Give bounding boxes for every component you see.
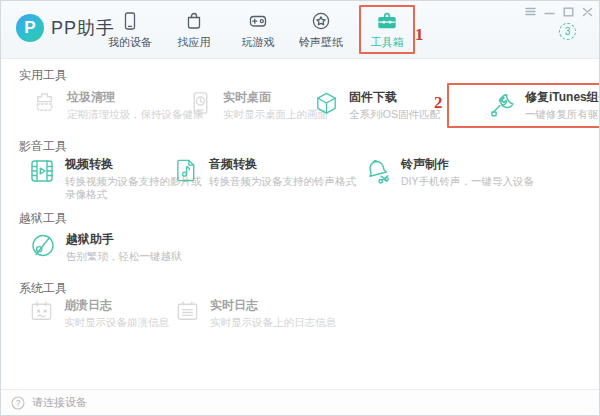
tool-title: 实时日志: [210, 298, 336, 312]
tab-label: 铃声壁纸: [292, 35, 350, 50]
annotation-step-1: 1: [415, 25, 424, 45]
tool-item-crash-log[interactable]: 崩溃日志 实时显示设备崩溃信息: [28, 298, 169, 329]
status-bar: ? 请连接设备: [1, 389, 599, 415]
jailbreak-circle-icon: [29, 232, 57, 260]
tool-title: 固件下载: [349, 90, 440, 104]
tab-play-games[interactable]: 玩游戏: [229, 10, 287, 50]
clean-brush-icon: [31, 90, 58, 117]
tool-title: 铃声制作: [401, 157, 534, 171]
tool-item-ringtone-maker[interactable]: 铃声制作 DIY手机铃声，一键导入设备: [363, 157, 534, 188]
repair-tools-icon: [487, 90, 516, 119]
tool-item-audio-convert[interactable]: 音频转换 转换音频为设备支持的铃声格式: [173, 157, 356, 188]
gamepad-icon: [229, 10, 287, 32]
film-convert-icon: [28, 157, 56, 185]
tool-item-jailbreak-assistant[interactable]: 越狱助手 告别繁琐，轻松一键越狱: [29, 232, 182, 263]
window-controls: [524, 5, 594, 18]
question-circle-icon: ?: [11, 396, 25, 410]
header-bar: P PP助手 我的设备 找应用 玩游戏 铃声壁纸: [1, 1, 599, 59]
tool-title: 垃圾清理: [67, 90, 204, 104]
phone-clock-icon: [187, 90, 214, 117]
svg-text:?: ?: [16, 397, 21, 407]
tool-subtitle: 转换音频为设备支持的铃声格式: [209, 175, 356, 188]
tool-title: 修复iTunes组件: [525, 90, 600, 104]
tab-label: 我的设备: [101, 35, 159, 50]
maximize-button[interactable]: [562, 5, 575, 18]
tool-subtitle: DIY手机铃声，一键导入设备: [401, 175, 534, 188]
realtime-log-icon: [174, 298, 201, 325]
menu-button[interactable]: [524, 5, 537, 18]
notification-badge[interactable]: 3: [559, 23, 576, 40]
section-title-jailbreak-tools: 越狱工具: [19, 210, 67, 227]
tab-label: 玩游戏: [229, 35, 287, 50]
crash-log-icon: [28, 298, 55, 325]
phone-icon: [101, 10, 159, 32]
pp-assistant-window: P PP助手 我的设备 找应用 玩游戏 铃声壁纸: [0, 0, 600, 416]
tool-title: 崩溃日志: [64, 298, 169, 312]
section-title-system-tools: 系统工具: [19, 280, 67, 297]
close-button[interactable]: [581, 5, 594, 18]
tool-title: 音频转换: [209, 157, 356, 171]
music-doc-icon: [173, 157, 200, 184]
minimize-button[interactable]: [543, 5, 556, 18]
tab-my-devices[interactable]: 我的设备: [101, 10, 159, 50]
pp-logo-icon: P: [16, 14, 44, 42]
tool-item-realtime-desktop[interactable]: 实时桌面 实时显示桌面上的画面: [187, 90, 328, 121]
tool-item-junk-clean[interactable]: 垃圾清理 定期清理垃圾，保持设备健康: [31, 90, 204, 121]
tab-label: 工具箱: [358, 35, 416, 50]
section-title-media-tools: 影音工具: [19, 138, 67, 155]
tool-item-firmware-download[interactable]: 固件下载 全系列iOS固件匹配: [313, 90, 440, 121]
tool-item-repair-itunes[interactable]: 修复iTunes组件 一键修复所有驱动组件: [487, 90, 600, 121]
firmware-cube-icon: [313, 90, 340, 117]
tool-subtitle: 一键修复所有驱动组件: [525, 108, 600, 121]
tab-ringtones-wallpapers[interactable]: 铃声壁纸: [292, 10, 350, 50]
tool-subtitle: 告别繁琐，轻松一键越狱: [66, 250, 182, 263]
tab-label: 找应用: [165, 35, 223, 50]
tool-item-realtime-log[interactable]: 实时日志 实时显示设备上的日志信息: [174, 298, 336, 329]
toolbox-icon: [358, 10, 416, 32]
tool-title: 越狱助手: [66, 232, 182, 246]
tab-toolbox[interactable]: 工具箱: [358, 10, 416, 50]
star-circle-icon: [292, 10, 350, 32]
tool-subtitle: 实时显示设备上的日志信息: [210, 316, 336, 329]
tool-subtitle: 实时显示设备崩溃信息: [64, 316, 169, 329]
connection-status-text: 请连接设备: [32, 395, 87, 410]
tab-find-apps[interactable]: 找应用: [165, 10, 223, 50]
annotation-step-2: 2: [434, 93, 443, 113]
tool-subtitle: 全系列iOS固件匹配: [349, 108, 440, 121]
section-title-practical-tools: 实用工具: [19, 67, 67, 84]
tool-subtitle: 定期清理垃圾，保持设备健康: [67, 108, 204, 121]
appstore-bag-icon: [165, 10, 223, 32]
bell-scissors-icon: [363, 157, 392, 186]
